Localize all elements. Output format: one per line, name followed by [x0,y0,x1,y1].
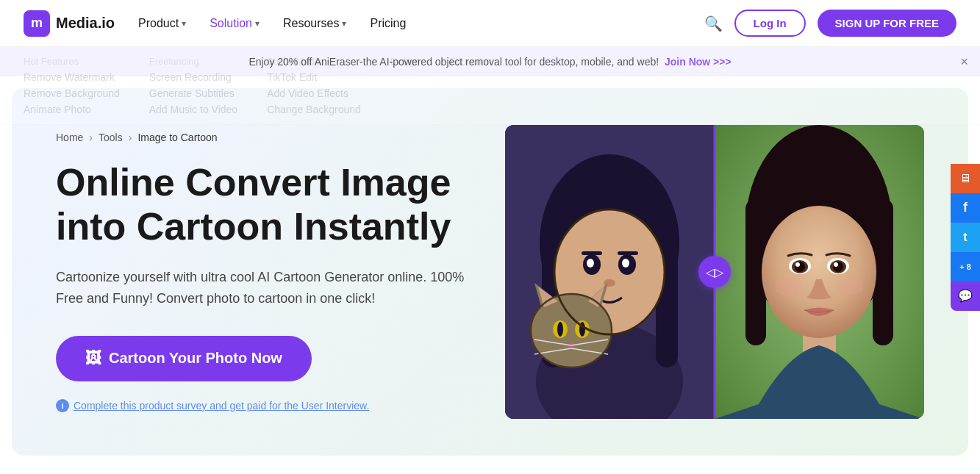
breadcrumb-tools[interactable]: Tools [99,132,123,143]
handle-icon: ◁▷ [706,265,723,279]
search-icon[interactable]: 🔍 [704,15,723,32]
twitter-icon: t [963,231,967,244]
breadcrumb-sep2: › [129,132,132,143]
svg-point-20 [557,322,563,337]
share-count-button[interactable]: + 8 [951,252,980,281]
svg-point-42 [795,262,800,267]
real-photo [715,125,924,419]
cartoon-side [505,125,715,419]
facebook-icon: f [963,200,968,215]
breadcrumb-sep1: › [89,132,93,143]
svg-point-43 [834,262,838,267]
nav-pricing[interactable]: Pricing [370,17,406,30]
image-comparison: ◁▷ [505,125,924,419]
chevron-down-icon: ▾ [342,18,346,29]
breadcrumb: Home › Tools › Image to Cartoon [56,132,468,143]
navbar: m Media.io Product ▾ Solution ▾ Resourse… [0,0,980,47]
svg-point-9 [622,259,629,267]
svg-rect-10 [582,251,602,255]
logo-name: Media.io [56,15,115,32]
photo-svg [715,125,924,419]
facebook-button[interactable]: f [951,193,980,223]
login-button[interactable]: Log In [734,10,806,37]
svg-point-44 [775,278,801,295]
nav-solution[interactable]: Solution ▾ [210,17,260,30]
nav-left: m Media.io Product ▾ Solution ▾ Resourse… [24,10,406,37]
nav-right: 🔍 Log In SIGN UP FOR FREE [704,10,956,37]
logo-icon: m [24,10,50,37]
image-icon: 🖼 [85,349,101,368]
screen-icon: 🖥 [959,172,971,185]
logo[interactable]: m Media.io [24,10,115,37]
chat-icon: 💬 [958,289,973,303]
hero-title: Online Convert Image into Cartoon Instan… [56,161,468,249]
nav-resources[interactable]: Resourses ▾ [283,17,346,30]
twitter-button[interactable]: t [951,223,980,252]
banner-close-icon[interactable]: × [960,54,968,70]
cta-button[interactable]: 🖼 Cartoon Your Photo Now [56,336,312,381]
nav-product[interactable]: Product ▾ [138,17,186,30]
svg-point-45 [837,278,863,295]
breadcrumb-home[interactable]: Home [56,132,83,143]
survey-link[interactable]: i Complete this product survey and get p… [56,399,468,412]
comparison-handle[interactable]: ◁▷ [698,256,731,288]
banner-link[interactable]: Join Now >>> [665,56,732,68]
chevron-down-icon: ▾ [255,18,260,29]
photo-side [715,125,924,419]
hero-description: Cartoonize yourself with ultra cool AI C… [56,267,468,309]
chevron-down-icon: ▾ [182,18,186,29]
main-section: Home › Tools › Image to Cartoon Online C… [12,88,968,456]
svg-point-35 [762,206,876,338]
screen-button[interactable]: 🖥 [951,164,980,193]
cartoon-svg [505,125,715,419]
social-sidebar: 🖥 f t + 8 💬 [951,164,980,311]
signup-button[interactable]: SIGN UP FOR FREE [818,10,956,37]
share-count-label: + 8 [959,262,971,271]
info-icon: i [56,399,69,412]
svg-point-8 [587,259,594,267]
chat-button[interactable]: 💬 [951,281,980,311]
hero-content: Home › Tools › Image to Cartoon Online C… [56,132,468,412]
svg-rect-11 [618,251,638,255]
promo-banner: Enjoy 20% off AniEraser-the AI-powered o… [0,47,980,76]
breadcrumb-current: Image to Cartoon [137,132,217,143]
cartoon-image [505,125,715,419]
